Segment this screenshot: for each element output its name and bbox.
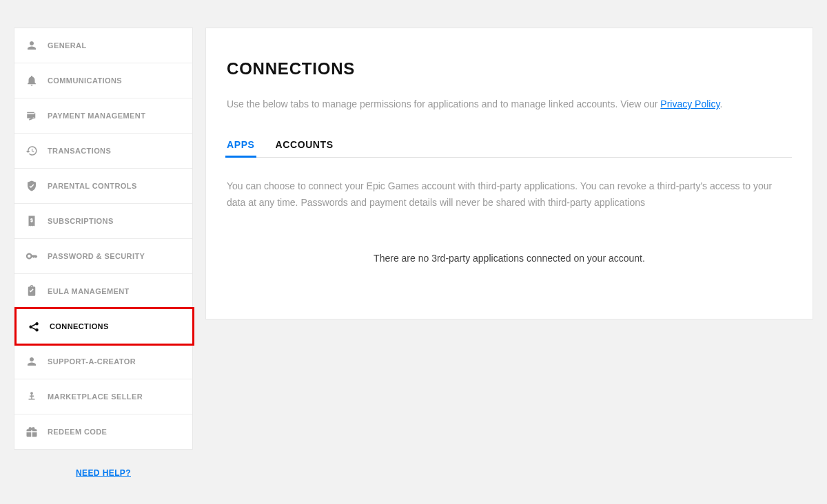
sidebar-item-label: PASSWORD & SECURITY [48, 252, 145, 260]
clipboard-icon [25, 285, 38, 297]
sidebar-item-label: TRANSACTIONS [48, 147, 111, 155]
sidebar-item-label: CONNECTIONS [50, 322, 109, 330]
need-help: NEED HELP? [14, 466, 193, 479]
privacy-policy-link[interactable]: Privacy Policy [660, 98, 719, 109]
bell-icon [25, 74, 38, 87]
sidebar-item-label: SUBSCRIPTIONS [48, 217, 114, 225]
sidebar-item-label: MARKETPLACE SELLER [48, 392, 143, 401]
tab-accounts[interactable]: ACCOUNTS [276, 132, 334, 157]
sidebar-item-support-creator[interactable]: SUPPORT-A-CREATOR [14, 344, 192, 379]
shield-icon [25, 180, 38, 192]
sidebar-item-subscriptions[interactable]: SUBSCRIPTIONS [14, 204, 192, 239]
payment-icon [25, 109, 38, 122]
main-panel: CONNECTIONS Use the below tabs to manage… [205, 28, 813, 319]
sidebar-item-label: SUPPORT-A-CREATOR [48, 357, 136, 366]
settings-sidebar: GENERAL COMMUNICATIONS PAYMENT MANAGEMEN… [14, 28, 193, 450]
empty-state: There are no 3rd-party applications conn… [227, 253, 792, 264]
sidebar-item-label: REDEEM CODE [48, 428, 107, 436]
sidebar-item-password[interactable]: PASSWORD & SECURITY [14, 239, 192, 274]
page-title: CONNECTIONS [227, 59, 792, 78]
history-icon [25, 145, 38, 157]
sidebar-item-label: COMMUNICATIONS [48, 76, 122, 85]
person-icon [25, 355, 38, 368]
sidebar-item-label: GENERAL [48, 41, 87, 50]
sidebar-item-marketplace[interactable]: MARKETPLACE SELLER [14, 379, 192, 414]
sidebar-item-general[interactable]: GENERAL [14, 28, 192, 63]
tab-apps[interactable]: APPS [227, 132, 255, 157]
sidebar-item-communications[interactable]: COMMUNICATIONS [14, 63, 192, 98]
sidebar-item-redeem[interactable]: REDEEM CODE [14, 414, 192, 449]
person-icon [25, 39, 38, 52]
sidebar-item-label: EULA MANAGEMENT [48, 287, 130, 295]
share-icon [28, 320, 40, 333]
sidebar-item-parental[interactable]: PARENTAL CONTROLS [14, 169, 192, 204]
need-help-link[interactable]: NEED HELP? [76, 468, 131, 478]
key-icon [25, 250, 38, 262]
apps-description: You can choose to connect your Epic Game… [227, 178, 792, 211]
sidebar-item-connections[interactable]: CONNECTIONS [14, 309, 192, 344]
seller-icon [25, 390, 38, 403]
sidebar-item-label: PAYMENT MANAGEMENT [48, 112, 145, 120]
receipt-icon [25, 215, 38, 227]
gift-icon [25, 426, 38, 438]
sidebar-item-eula[interactable]: EULA MANAGEMENT [14, 274, 192, 309]
sidebar-item-transactions[interactable]: TRANSACTIONS [14, 134, 192, 169]
tabs: APPS ACCOUNTS [227, 132, 792, 158]
page-description: Use the below tabs to manage permissions… [227, 96, 792, 112]
sidebar-item-label: PARENTAL CONTROLS [48, 182, 137, 190]
sidebar-item-payment[interactable]: PAYMENT MANAGEMENT [14, 98, 192, 134]
